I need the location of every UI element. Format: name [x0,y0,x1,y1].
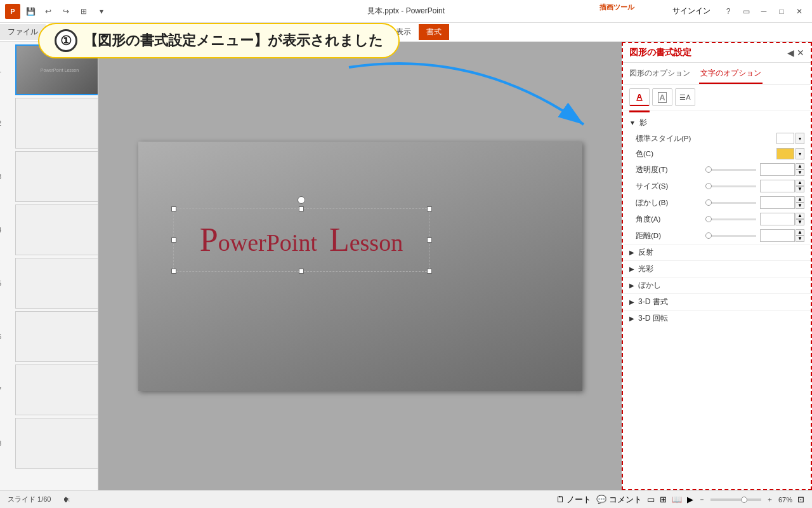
format3d-header[interactable]: ▶ 3-D 書式 [623,294,811,310]
tab-text-options[interactable]: 文字のオプション [699,65,763,84]
notes-icon: 🗒 [556,495,565,504]
text-fill-icon-btn[interactable]: A [652,88,672,106]
distance-thumb[interactable] [705,232,712,239]
size-thumb[interactable] [705,183,712,189]
zoom-level[interactable]: 67% [778,496,792,504]
slide-sorter-button[interactable]: ⊞ [660,495,667,504]
zoom-slider[interactable] [710,498,761,501]
handle-bottom-right[interactable] [427,269,432,274]
main-layout: 1 PowerPoint Lesson 2 3 4 5 6 [0,42,812,490]
transparency-spin-up[interactable]: ▲ [796,163,804,170]
slide-thumb-6[interactable] [15,311,98,362]
transparency-thumb[interactable] [705,166,712,173]
handle-bottom-left[interactable] [171,269,176,274]
rotate-handle[interactable] [298,196,305,204]
canvas-area[interactable]: PowerPoint Lesson [98,42,622,490]
shadow-section-header[interactable]: ▼ 影 [623,115,811,131]
blur-spin-down[interactable]: ▼ [796,203,804,209]
distance-spin-up[interactable]: ▲ [796,229,804,236]
size-spin-down[interactable]: ▼ [796,186,804,192]
fit-window-button[interactable]: ⊡ [797,495,804,504]
handle-top-center[interactable] [299,206,304,211]
transparency-slider[interactable] [705,169,756,171]
slide-num-8: 8 [0,440,1,447]
ribbon-collapse-button[interactable]: ▭ [738,4,754,19]
blur-row: ぼかし(B) ▲ ▼ [623,194,811,211]
angle-thumb[interactable] [705,216,712,222]
transparency-spin-down[interactable]: ▼ [796,170,804,176]
glow-header[interactable]: ▶ 光彩 [623,261,811,277]
zoom-slider-thumb[interactable] [741,497,747,503]
close-button[interactable]: ✕ [792,4,807,19]
slide-thumb-4[interactable] [15,204,98,255]
size-spin-up[interactable]: ▲ [796,180,804,186]
signin-label[interactable]: サインイン [672,6,710,17]
transparency-ctrl: ▲ ▼ [702,163,804,176]
panel-pin-button[interactable]: ◀ [787,48,794,58]
drawing-tools-label: 描画ツール [599,3,634,12]
slide-thumb-8[interactable] [15,418,98,469]
format3d-section: ▶ 3-D 書式 [623,293,811,310]
tab-drawing-tools[interactable]: 書式 [419,24,449,40]
reading-view-button[interactable]: 📖 [672,495,682,504]
customize-button[interactable]: ▾ [94,4,109,19]
slide-thumb-2[interactable] [15,98,98,149]
color-ctrl: ▾ [776,148,804,159]
slide-thumb-3[interactable] [15,151,98,202]
blur-input[interactable] [760,196,795,209]
blur-spin-up[interactable]: ▲ [796,196,804,203]
present-button[interactable]: ⊞ [76,4,91,19]
size-input[interactable] [760,180,795,192]
blur-header[interactable]: ▶ ぼかし [623,277,811,293]
slide-thumb-5[interactable] [15,258,98,309]
distance-spin-down[interactable]: ▼ [796,236,804,242]
angle-spin-down[interactable]: ▼ [796,219,804,225]
handle-mid-right[interactable] [427,237,432,243]
reflection-arrow-icon: ▶ [629,249,634,256]
text-effects-icon-btn[interactable]: ☰A [675,88,695,106]
minimize-button[interactable]: ─ [756,4,771,19]
format3d-label: 3-D 書式 [638,297,668,307]
blur-section-label: ぼかし [638,280,661,291]
transparency-input[interactable] [760,163,795,176]
style-dropdown-btn[interactable]: ▾ [796,133,804,144]
save-button[interactable]: 💾 [23,4,38,19]
handle-top-left[interactable] [171,206,176,211]
color-dropdown-btn[interactable]: ▾ [796,148,804,159]
reflection-header[interactable]: ▶ 反射 [623,244,811,260]
size-label: サイズ(S) [636,182,702,191]
redo-button[interactable]: ↪ [58,4,74,19]
angle-input[interactable] [760,213,795,225]
size-slider[interactable] [705,185,756,187]
slide-info: スライド 1/60 [8,495,51,504]
annotation-number: ① [55,29,77,52]
handle-top-right[interactable] [427,206,432,211]
normal-view-button[interactable]: ▭ [647,495,655,504]
blur-ctrl: ▲ ▼ [702,196,804,209]
handle-mid-left[interactable] [171,237,176,243]
blur-thumb[interactable] [705,199,712,206]
text-underline-icon-btn[interactable]: A [629,88,650,106]
angle-spin-up[interactable]: ▲ [796,213,804,219]
glow-section: ▶ 光彩 [623,260,811,277]
slide-canvas[interactable]: PowerPoint Lesson [138,142,582,391]
maximize-button[interactable]: □ [774,4,789,19]
rotate3d-header[interactable]: ▶ 3-D 回転 [623,311,811,326]
slide-thumb-7[interactable] [15,364,98,415]
reflection-section: ▶ 反射 [623,244,811,260]
help-button[interactable]: ? [721,4,736,19]
angle-slider[interactable] [705,218,756,220]
tab-shape-options[interactable]: 図形のオプション [628,65,691,84]
undo-button[interactable]: ↩ [41,4,56,19]
blur-slider[interactable] [705,202,756,204]
distance-input[interactable] [760,229,795,242]
notes-button[interactable]: 🗒 ノート [556,494,592,505]
size-spin: ▲ ▼ [796,180,804,192]
panel-icon-row: A A ☰A [623,84,811,110]
distance-slider[interactable] [705,235,756,237]
handle-bottom-center[interactable] [299,269,304,274]
comment-button[interactable]: 💬 コメント [596,494,642,505]
text-box[interactable]: PowerPoint Lesson [173,208,430,272]
panel-close-button[interactable]: ✕ [797,48,804,58]
slideshow-button[interactable]: ▶ [687,495,693,504]
